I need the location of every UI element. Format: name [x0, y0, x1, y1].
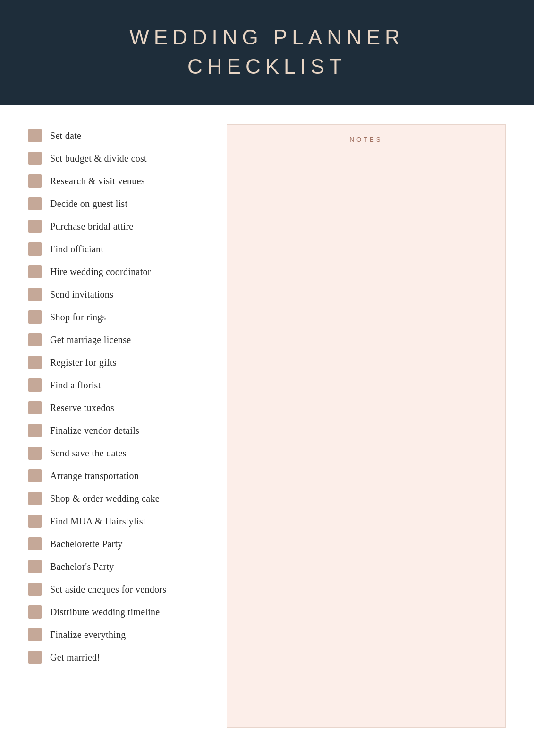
checkbox[interactable]	[28, 583, 42, 596]
item-label: Reserve tuxedos	[50, 402, 114, 414]
checkbox[interactable]	[28, 152, 42, 165]
item-label: Get marriage license	[50, 334, 131, 346]
item-label: Send save the dates	[50, 447, 127, 459]
checkbox[interactable]	[28, 197, 42, 210]
checkbox[interactable]	[28, 129, 42, 142]
item-label: Find MUA & Hairstylist	[50, 515, 146, 527]
checkbox[interactable]	[28, 378, 42, 392]
checkbox[interactable]	[28, 424, 42, 437]
item-label: Distribute wedding timeline	[50, 606, 160, 618]
item-label: Find a florist	[50, 379, 101, 391]
item-label: Find officiant	[50, 243, 103, 255]
checkbox[interactable]	[28, 401, 42, 414]
page-header: WEDDING PLANNER CHECKLIST	[0, 0, 534, 105]
notes-divider	[240, 151, 492, 151]
checklist-column: Set dateSet budget & divide costResearch…	[28, 124, 227, 728]
item-label: Arrange transportation	[50, 470, 139, 482]
checkbox[interactable]	[28, 242, 42, 256]
checklist-item: Shop for rings	[28, 306, 227, 328]
checklist-item: Arrange transportation	[28, 464, 227, 487]
checklist-item: Set date	[28, 124, 227, 147]
checklist-item: Send invitations	[28, 283, 227, 306]
checklist-item: Reserve tuxedos	[28, 396, 227, 419]
item-label: Send invitations	[50, 288, 113, 301]
checklist-item: Register for gifts	[28, 351, 227, 374]
item-label: Decide on guest list	[50, 198, 127, 210]
checkbox[interactable]	[28, 492, 42, 505]
checkbox[interactable]	[28, 537, 42, 550]
item-label: Set aside cheques for vendors	[50, 583, 166, 595]
checklist-item: Find a florist	[28, 374, 227, 396]
page-title: WEDDING PLANNER CHECKLIST	[129, 23, 405, 81]
item-label: Set budget & divide cost	[50, 152, 147, 164]
item-label: Finalize everything	[50, 628, 126, 641]
checklist-item: Finalize everything	[28, 623, 227, 646]
checklist-item: Decide on guest list	[28, 192, 227, 215]
item-label: Hire wedding coordinator	[50, 266, 151, 278]
checkbox[interactable]	[28, 469, 42, 482]
checklist-item: Send save the dates	[28, 442, 227, 464]
checklist-item: Set budget & divide cost	[28, 147, 227, 170]
checkbox[interactable]	[28, 265, 42, 278]
item-label: Shop for rings	[50, 311, 106, 323]
checklist-item: Get marriage license	[28, 328, 227, 351]
checklist-item: Set aside cheques for vendors	[28, 578, 227, 601]
item-label: Finalize vendor details	[50, 424, 139, 437]
checkbox[interactable]	[28, 605, 42, 619]
checklist-item: Find MUA & Hairstylist	[28, 510, 227, 533]
checkbox[interactable]	[28, 310, 42, 324]
checkbox[interactable]	[28, 356, 42, 369]
checklist-item: Purchase bridal attire	[28, 215, 227, 238]
checklist-item: Distribute wedding timeline	[28, 601, 227, 623]
checkbox[interactable]	[28, 447, 42, 460]
item-label: Set date	[50, 129, 81, 142]
checkbox[interactable]	[28, 288, 42, 301]
item-label: Purchase bridal attire	[50, 220, 134, 232]
notes-column: NOTES	[227, 124, 506, 728]
checklist-item: Research & visit venues	[28, 170, 227, 192]
checkbox[interactable]	[28, 220, 42, 233]
checkbox[interactable]	[28, 651, 42, 664]
item-label: Shop & order wedding cake	[50, 492, 160, 505]
notes-title: NOTES	[240, 136, 492, 143]
item-label: Get married!	[50, 651, 100, 663]
checklist-item: Hire wedding coordinator	[28, 260, 227, 283]
item-label: Research & visit venues	[50, 175, 145, 187]
checklist-item: Finalize vendor details	[28, 419, 227, 442]
checklist-item: Bachelorette Party	[28, 533, 227, 555]
checklist-item: Bachelor's Party	[28, 555, 227, 578]
checkbox[interactable]	[28, 628, 42, 641]
checkbox[interactable]	[28, 515, 42, 528]
checklist-item: Find officiant	[28, 238, 227, 260]
checkbox[interactable]	[28, 174, 42, 188]
checkbox[interactable]	[28, 333, 42, 346]
checklist-item: Shop & order wedding cake	[28, 487, 227, 510]
checklist-item: Get married!	[28, 646, 227, 669]
content-area: Set dateSet budget & divide costResearch…	[0, 105, 534, 756]
item-label: Register for gifts	[50, 356, 117, 369]
item-label: Bachelorette Party	[50, 538, 123, 550]
notes-panel: NOTES	[227, 124, 506, 728]
checkbox[interactable]	[28, 560, 42, 573]
item-label: Bachelor's Party	[50, 560, 114, 573]
